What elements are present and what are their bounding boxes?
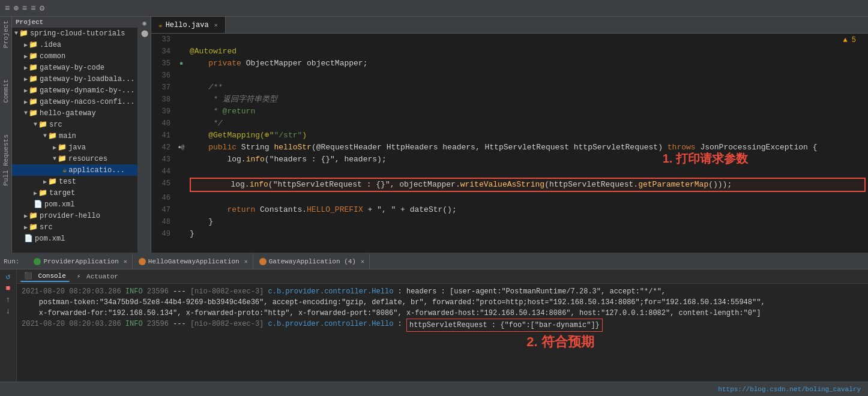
nav-icon[interactable]: ⊕ — [13, 3, 18, 13]
project-tree: Project ▼ 📁 spring-cloud-tutorials ▶ 📁 .… — [12, 17, 138, 253]
indent-icon[interactable]: ≡ — [31, 4, 35, 13]
line-num-34: 34 — [151, 46, 175, 58]
sidebar-commit-label[interactable]: Commit — [2, 76, 10, 107]
sidebar-pullrequests-label[interactable]: Pull Requests — [2, 131, 10, 190]
tree-label-resources: resources — [68, 155, 107, 163]
console-tab-actuator[interactable]: ⚡ Actuator — [73, 271, 122, 281]
file-icon-pom2: 📄 — [24, 234, 33, 243]
menu-icon[interactable]: ≡ — [5, 4, 10, 13]
tree-label-provider: provider-hello — [40, 212, 100, 220]
method-info45: info — [250, 180, 268, 189]
tree-item-src2[interactable]: ▶ 📁 src — [12, 221, 137, 233]
folder-icon-src2: 📁 — [29, 223, 38, 232]
run-tab-provider[interactable]: ProviderApplication ✕ — [29, 254, 132, 269]
kw-private: private — [208, 59, 241, 68]
tree-label-common: common — [40, 52, 65, 61]
folder-icon-src: 📁 — [38, 120, 47, 129]
ann-getmapping: @GetMapping( — [208, 131, 265, 140]
code-line-43: 43 log.info("headers : {}", headers); — [151, 154, 868, 166]
tree-item-application[interactable]: ☕ applicatio... — [12, 164, 137, 176]
footer: https://blog.csdn.net/boling_cavalry — [0, 382, 868, 396]
line-code-41: @GetMapping(⊕""/str") — [187, 130, 868, 142]
tree-arrow-src: ▼ — [34, 121, 37, 128]
console-icon-up[interactable]: ↑ — [6, 295, 11, 304]
log-pid-1: 23596 — [147, 286, 169, 297]
line-code-39: * @return — [187, 106, 868, 118]
folder-icon-idea: 📁 — [29, 40, 38, 49]
code-content[interactable]: 33 34 @Autowired 35 ● private ObjectMapp… — [151, 34, 868, 253]
tree-item-idea[interactable]: ▶ 📁 .idea — [12, 39, 137, 50]
tree-item-pom2[interactable]: 📄 pom.xml — [12, 233, 137, 244]
tree-arrow-idea: ▶ — [24, 41, 28, 49]
tree-label-src2: src — [40, 223, 53, 232]
tree-label-gwcode: gateway-by-code — [40, 64, 104, 72]
tree-item-gateway-code[interactable]: ▶ 📁 gateway-by-code — [12, 62, 137, 73]
console-icon-down[interactable]: ↓ — [6, 307, 11, 316]
tree-item-test[interactable]: ▶ 📁 test — [12, 176, 137, 187]
tab-close-hello[interactable]: ✕ — [214, 22, 218, 29]
tree-item-common[interactable]: ▶ 📁 common — [12, 50, 137, 62]
tree-label-gwlb: gateway-by-loadbala... — [40, 75, 134, 83]
tree-item-gateway-dyn[interactable]: ▶ 📁 gateway-dynamic-by-... — [12, 85, 137, 96]
run-tab-hellogw[interactable]: HelloGatewayApplication ✕ — [134, 254, 253, 269]
tree-item-resources[interactable]: ▼ 📁 resources — [12, 153, 137, 164]
tree-item-pom1[interactable]: 📄 pom.xml — [12, 199, 137, 210]
console-main: ⬛ Console ⚡ Actuator 2021-08-20 08:20:03… — [17, 269, 868, 382]
tree-item-gateway-lb[interactable]: ▶ 📁 gateway-by-loadbala... — [12, 73, 137, 85]
code-line-39: 39 * @return — [151, 106, 868, 118]
line-code-37: /** — [187, 82, 868, 94]
tree-arrow-gwcode: ▶ — [24, 64, 28, 71]
log-level-1: INFO — [125, 286, 143, 297]
console-line-3: x-forwarded-for:"192.168.50.134", x-forw… — [22, 308, 863, 319]
tree-item-provider[interactable]: ▶ 📁 provider-hello — [12, 210, 137, 221]
tree-item-java[interactable]: ▶ 📁 java — [12, 142, 137, 153]
sidebar-project-label[interactable]: Project — [2, 17, 10, 52]
tree-item-target[interactable]: ▶ 📁 target — [12, 187, 137, 199]
line-gutter-35: ● — [175, 58, 187, 70]
main-area: Project Commit Pull Requests Project ▼ 📁… — [0, 17, 868, 253]
console-icon-restart[interactable]: ↺ — [6, 272, 11, 281]
tree-arrow-target: ▶ — [34, 190, 37, 197]
line-code-49: } — [187, 228, 868, 240]
code-line-46: 46 — [151, 192, 868, 204]
comment-39a: * — [190, 107, 223, 116]
run-tab-close-hellogw[interactable]: ✕ — [244, 258, 248, 265]
method-getparam: getParameterMap — [638, 180, 708, 189]
console-area: ↺ ■ ↑ ↓ ⬛ Console ⚡ Actuator 20 — [0, 269, 868, 382]
console-tab-console[interactable]: ⬛ Console — [20, 271, 70, 282]
tree-arrow: ▼ — [14, 30, 18, 37]
editor-icon-1[interactable]: ◉ — [142, 19, 146, 27]
footer-url[interactable]: https://blog.csdn.net/boling_cavalry — [718, 386, 861, 393]
line-code-43: log.info("headers : {}", headers); — [187, 154, 868, 166]
tab-hello-java[interactable]: ☕ Hello.java ✕ — [151, 17, 226, 33]
tree-item-gateway-nacos[interactable]: ▶ 📁 gateway-nacos-confi... — [12, 96, 137, 107]
sidebar-labels: Project Commit Pull Requests — [0, 17, 12, 253]
line-code-40: */ — [187, 118, 868, 130]
tree-arrow-java: ▶ — [53, 144, 56, 151]
console-icon-stop[interactable]: ■ — [6, 284, 11, 293]
tree-item-src[interactable]: ▼ 📁 src — [12, 119, 137, 130]
list-icon[interactable]: ≡ — [22, 4, 27, 13]
tree-label-java: java — [68, 143, 86, 152]
str-41: "/str" — [274, 131, 302, 140]
code-line-47: 47 return Constants.HELLO_PREFIX + ", " … — [151, 204, 868, 216]
settings-icon[interactable]: ⚙ — [40, 3, 44, 13]
folder-icon-resources: 📁 — [58, 154, 67, 163]
run-tab-gw4[interactable]: GatewayApplication (4) ✕ — [255, 254, 370, 269]
ann-getmapping2: ⊕ — [265, 131, 270, 140]
tree-item-hello-gw[interactable]: ▼ 📁 hello-gateway — [12, 107, 137, 119]
editor-container: ☕ Hello.java ✕ ▲ 5 33 34 @Autowired — [151, 17, 868, 253]
tree-item-main[interactable]: ▼ 📁 main — [12, 130, 137, 142]
run-tab-close-gw4[interactable]: ✕ — [361, 258, 364, 265]
editor-icon-2[interactable]: ⬤ — [141, 29, 148, 37]
line-num-49: 49 — [151, 228, 175, 240]
log-level-4: INFO — [125, 319, 143, 332]
run-bar: Run: ProviderApplication ✕ HelloGatewayA… — [0, 254, 868, 269]
tree-item-root[interactable]: ▼ 📁 spring-cloud-tutorials — [12, 28, 137, 39]
line-code-42: public String helloStr(@RequestHeader Ht… — [187, 142, 868, 154]
line-gutter-42: ●@ — [175, 142, 187, 154]
code-line-37: 37 /** — [151, 82, 868, 94]
line-num-41: 41 — [151, 130, 175, 142]
tree-label-main: main — [59, 132, 76, 140]
run-tab-close-provider[interactable]: ✕ — [124, 258, 127, 265]
